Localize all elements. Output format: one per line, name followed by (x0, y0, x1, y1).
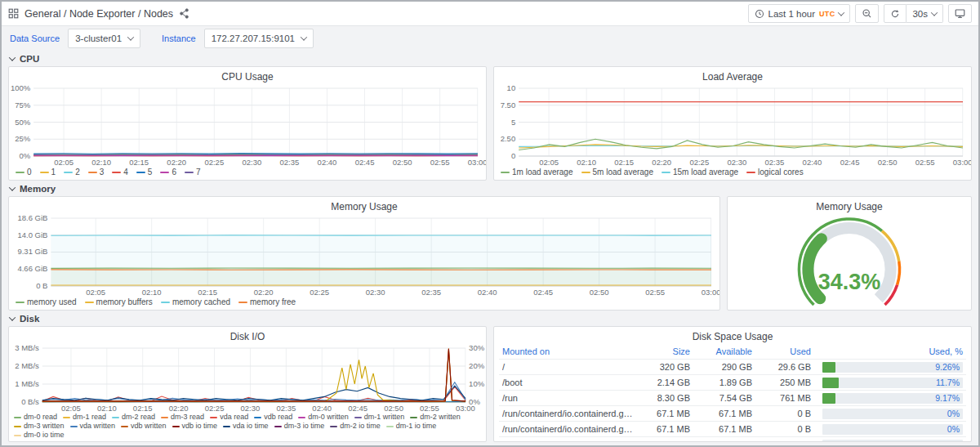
legend-item[interactable]: logical cores (746, 168, 804, 177)
legend-item[interactable]: dm-2 io time (330, 422, 381, 431)
refresh-interval-dropdown[interactable]: 30s (906, 4, 943, 23)
used-percent-gauge: 0% (822, 409, 963, 419)
legend-swatch-icon (410, 417, 417, 418)
section-header-memory[interactable]: Memory (8, 181, 972, 196)
legend-item[interactable]: vda written (70, 422, 116, 431)
legend-item[interactable]: dm-3 read (161, 413, 204, 422)
legend-item[interactable]: 7 (185, 168, 201, 177)
svg-text:02:50: 02:50 (878, 158, 898, 167)
legend-item[interactable]: 5 (136, 168, 153, 177)
panel-memory-gauge: Memory Usage 34.3% (727, 196, 972, 311)
legend-item[interactable]: 3 (88, 168, 105, 177)
table-cell: 0 B (752, 424, 811, 434)
column-header[interactable]: Used, % (811, 346, 963, 356)
panel-disk-io: Disk I/O 02:0502:1002:1502:2002:2502:300… (8, 326, 487, 442)
legend-item[interactable]: 1m load average (501, 168, 573, 177)
table-cell: 67.1 MB (690, 409, 752, 418)
svg-text:02:05: 02:05 (539, 158, 559, 167)
table-cell: /run/containerd/io.containerd.grpc... (502, 440, 639, 441)
svg-text:02:55: 02:55 (645, 288, 665, 297)
used-percent-gauge: 0% (822, 440, 963, 442)
svg-text:02:55: 02:55 (430, 158, 450, 167)
panel-title[interactable]: Memory Usage (9, 197, 719, 214)
clock-icon (755, 9, 764, 19)
section-header-cpu[interactable]: CPU (8, 51, 972, 66)
svg-text:02:45: 02:45 (533, 288, 553, 297)
legend-swatch-icon (16, 172, 24, 174)
caret-down-icon (127, 34, 134, 40)
legend-item[interactable]: vdb written (121, 422, 167, 431)
table-cell: 67.1 MB (639, 440, 690, 441)
memory-usage-chart[interactable]: 02:0502:1002:1502:2002:2502:3002:3502:40… (9, 214, 719, 297)
legend-item[interactable]: vda read (210, 413, 248, 422)
table-cell: 1.89 GB (690, 378, 752, 387)
svg-text:02:40: 02:40 (318, 158, 337, 167)
chevron-down-icon (9, 54, 16, 60)
cpu-usage-chart[interactable]: 02:0502:1002:1502:2002:2502:3002:3502:40… (9, 84, 486, 167)
svg-text:02:20: 02:20 (169, 404, 189, 413)
legend-item[interactable]: 5m load average (581, 168, 654, 177)
legend-item[interactable]: dm-2 read (112, 413, 155, 422)
legend-swatch-icon (298, 417, 305, 418)
legend-item[interactable]: dm-3 io time (274, 422, 325, 431)
legend-swatch-icon (172, 426, 180, 427)
column-header[interactable]: Mounted on (502, 346, 639, 356)
section-header-disk[interactable]: Disk (8, 311, 972, 326)
zoom-out-icon (862, 8, 872, 19)
svg-text:25%: 25% (15, 134, 31, 143)
legend-item[interactable]: memory free (238, 297, 296, 307)
share-icon[interactable] (179, 8, 189, 19)
breadcrumb[interactable]: General / Node Exporter / Nodes (24, 8, 173, 20)
svg-text:02:30: 02:30 (727, 158, 746, 167)
legend-item[interactable]: vdb io time (172, 422, 218, 431)
load-average-legend: 1m load average5m load average15m load a… (494, 167, 971, 180)
legend-item[interactable]: vdb read (254, 413, 292, 422)
legend-item[interactable]: memory buffers (85, 297, 153, 307)
svg-text:34.3%: 34.3% (818, 270, 881, 294)
variable-label-datasource: Data Source (10, 34, 63, 43)
table-cell: 290 GB (690, 362, 752, 372)
panel-title[interactable]: Disk I/O (9, 327, 486, 344)
cpu-row: CPU Usage 02:0502:1002:1502:2002:2502:30… (8, 66, 972, 181)
legend-item[interactable]: 0 (16, 168, 32, 177)
legend-item[interactable]: 4 (112, 168, 128, 177)
column-header[interactable]: Available (690, 346, 752, 356)
legend-item[interactable]: dm-0 read (14, 413, 57, 422)
panel-title[interactable]: Disk Space Usage (494, 327, 971, 344)
legend-item[interactable]: dm-0 written (298, 413, 349, 422)
time-range-picker[interactable]: Last 1 hour UTC (748, 4, 851, 23)
legend-item[interactable]: vda io time (223, 422, 269, 431)
legend-item[interactable]: memory used (16, 297, 77, 307)
refresh-button[interactable] (884, 4, 906, 23)
zoom-out-button[interactable] (855, 4, 879, 23)
kiosk-mode-button[interactable] (948, 4, 972, 23)
datasource-dropdown[interactable]: 3-cluster01 (68, 29, 140, 48)
legend-item[interactable]: dm-2 written (410, 413, 461, 422)
table-cell: 7.54 GB (690, 393, 752, 403)
legend-item[interactable]: 2 (64, 168, 80, 177)
legend-swatch-icon (254, 417, 261, 418)
table-cell: 0 B (752, 440, 811, 441)
panel-title[interactable]: CPU Usage (9, 67, 486, 84)
legend-item[interactable]: memory cached (161, 297, 230, 307)
column-header[interactable]: Used (752, 346, 811, 356)
panel-title[interactable]: Load Average (494, 67, 971, 84)
svg-text:0%: 0% (19, 151, 30, 160)
legend-item[interactable]: dm-0 io time (14, 431, 65, 440)
svg-text:4.66 GiB: 4.66 GiB (17, 264, 47, 273)
legend-item[interactable]: 1 (40, 168, 56, 177)
legend-item[interactable]: dm-3 written (14, 422, 65, 431)
legend-item[interactable]: 6 (160, 168, 176, 177)
apps-grid-icon[interactable] (8, 8, 19, 19)
refresh-button-group: 30s (884, 4, 943, 23)
disk-io-chart[interactable]: 02:0502:1002:1502:2002:2502:3002:3502:40… (9, 344, 486, 413)
column-header[interactable]: Size (639, 346, 690, 356)
legend-item[interactable]: dm-1 io time (386, 422, 437, 431)
panel-title[interactable]: Memory Usage (728, 197, 971, 214)
legend-item[interactable]: dm-1 written (354, 413, 405, 422)
instance-dropdown[interactable]: 172.27.207.15:9101 (204, 29, 314, 48)
svg-text:02:15: 02:15 (198, 288, 217, 297)
load-average-chart[interactable]: 02:0502:1002:1502:2002:2502:3002:3502:40… (494, 84, 971, 167)
legend-item[interactable]: 15m load average (662, 168, 738, 177)
legend-item[interactable]: dm-1 read (63, 413, 106, 422)
